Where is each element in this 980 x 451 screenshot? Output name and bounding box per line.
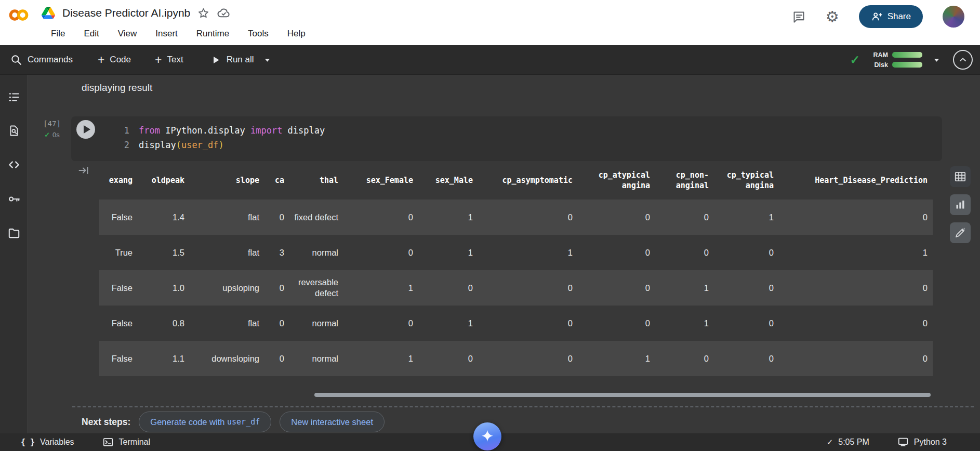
table-cell: 1 xyxy=(418,200,478,235)
search-icon xyxy=(10,54,22,66)
column-header: cp_typical angina xyxy=(714,161,779,200)
terminal-button[interactable]: Terminal xyxy=(102,436,150,448)
avatar[interactable] xyxy=(943,6,964,28)
notebook-title[interactable]: Disease Predictor AI.ipynb xyxy=(62,7,190,19)
secrets-key-icon[interactable] xyxy=(7,192,21,206)
terminal-icon xyxy=(102,436,114,448)
new-interactive-sheet-button[interactable]: New interactive sheet xyxy=(280,412,385,432)
kernel-label: Python 3 xyxy=(914,437,947,447)
table-cell: 1 xyxy=(418,235,478,270)
table-cell: 0 xyxy=(655,235,714,270)
table-cell: 0 xyxy=(478,341,578,376)
dataframe-body: False1.4flat0fixed defect0100010True1.5f… xyxy=(99,200,933,376)
table-row: False1.1downsloping0normal1001000 xyxy=(99,341,933,376)
generate-code-button[interactable]: Generate code with user_df xyxy=(139,412,271,432)
run-all-button[interactable]: Run all xyxy=(210,55,254,65)
files-folder-icon[interactable] xyxy=(7,227,21,240)
star-icon[interactable] xyxy=(197,7,209,19)
markdown-output-text: displaying result xyxy=(82,82,152,94)
table-cell: 0 xyxy=(578,306,655,341)
table-cell: 0 xyxy=(343,306,418,341)
menu-help[interactable]: Help xyxy=(287,29,306,39)
table-row: True1.5flat3normal0110001 xyxy=(99,235,933,270)
settings-gear-icon[interactable]: ⚙ xyxy=(826,9,839,24)
horizontal-scrollbar[interactable] xyxy=(99,393,935,397)
execution-count: [47] xyxy=(35,120,69,128)
table-cell: 0 xyxy=(655,341,714,376)
table-of-contents-icon[interactable] xyxy=(7,90,21,104)
table-cell: 0 xyxy=(714,270,779,306)
table-cell: 1 xyxy=(578,341,655,376)
app-header: Disease Predictor AI.ipynb File Edit Vie… xyxy=(0,0,980,45)
table-cell: 0 xyxy=(264,270,289,306)
table-cell: 1.5 xyxy=(138,235,190,270)
line-number: 1 xyxy=(122,123,129,138)
comments-icon[interactable] xyxy=(792,10,806,24)
variables-button[interactable]: { } Variables xyxy=(21,437,74,447)
menu-tools[interactable]: Tools xyxy=(248,29,269,39)
code-line: 2display(user_df) xyxy=(122,138,325,152)
table-cell: 1 xyxy=(655,270,714,306)
table-cell: 0 xyxy=(478,306,578,341)
table-cell: 1 xyxy=(478,235,578,270)
table-cell: 0 xyxy=(714,306,779,341)
table-cell: 0 xyxy=(779,341,933,376)
table-cell: 3 xyxy=(264,235,289,270)
commands-button[interactable]: Commands xyxy=(10,54,73,66)
braces-icon: { } xyxy=(21,437,35,447)
add-code-button[interactable]: + Code xyxy=(98,54,131,66)
table-cell: 1.1 xyxy=(138,341,190,376)
next-steps-row: Next steps: Generate code with user_df N… xyxy=(82,412,385,432)
title-row: Disease Predictor AI.ipynb xyxy=(42,3,231,23)
table-cell: 0 xyxy=(418,270,478,306)
table-cell: 1 xyxy=(714,200,779,235)
run-all-dropdown-caret-icon[interactable] xyxy=(262,55,272,65)
magic-edit-icon[interactable] xyxy=(950,222,971,243)
share-button[interactable]: Share xyxy=(859,5,923,28)
table-cell: False xyxy=(99,200,138,235)
colab-logo-icon[interactable] xyxy=(6,4,31,26)
menu-file[interactable]: File xyxy=(51,29,65,39)
resources-indicator[interactable]: RAM Disk xyxy=(869,51,922,69)
execution-time: 0s xyxy=(52,131,60,139)
table-cell: normal xyxy=(289,306,343,341)
column-header: thal xyxy=(289,161,343,200)
menu-edit[interactable]: Edit xyxy=(84,29,99,39)
menu-runtime[interactable]: Runtime xyxy=(196,29,229,39)
find-replace-icon[interactable] xyxy=(8,125,20,137)
gemini-spark-button[interactable] xyxy=(473,422,501,450)
column-header: sex_Female xyxy=(343,161,418,200)
status-time: 5:05 PM xyxy=(838,437,869,447)
resources-dropdown-caret-icon[interactable] xyxy=(932,55,942,65)
person-add-icon xyxy=(871,11,882,22)
cell-divider xyxy=(72,406,974,407)
dataframe-header-row: exangoldpeakslopecathalsex_Femalesex_Mal… xyxy=(99,161,933,200)
menu-view[interactable]: View xyxy=(118,29,137,39)
menu-bar: File Edit View Insert Runtime Tools Help xyxy=(51,24,306,44)
table-cell: 0 xyxy=(779,200,933,235)
scrollbar-thumb[interactable] xyxy=(314,393,931,397)
table-cell: 0 xyxy=(343,200,418,235)
table-cell: downsloping xyxy=(190,341,264,376)
view-as-table-icon[interactable] xyxy=(950,166,971,187)
table-cell: 1 xyxy=(779,235,933,270)
share-label: Share xyxy=(888,11,911,22)
ram-usage-bar xyxy=(892,52,922,58)
table-row: False1.4flat0fixed defect0100010 xyxy=(99,200,933,235)
menu-insert[interactable]: Insert xyxy=(155,29,178,39)
output-actions-icon[interactable] xyxy=(77,164,90,177)
table-cell: 0 xyxy=(714,341,779,376)
code-editor[interactable]: 1from IPython.display import display 2di… xyxy=(122,123,325,152)
code-snippets-icon[interactable] xyxy=(7,158,21,171)
chart-suggestions-icon[interactable] xyxy=(950,194,971,215)
run-cell-button[interactable] xyxy=(76,120,95,139)
table-cell: 0 xyxy=(779,270,933,306)
table-cell: reversable defect xyxy=(289,270,343,306)
kernel-status[interactable]: Python 3 xyxy=(897,436,947,448)
collapse-header-button[interactable] xyxy=(953,50,973,70)
add-text-button[interactable]: + Text xyxy=(155,54,183,66)
table-row: False0.8flat0normal0100100 xyxy=(99,306,933,341)
cloud-save-icon[interactable] xyxy=(217,6,231,20)
table-cell: 1 xyxy=(343,270,418,306)
column-header: cp_atypical angina xyxy=(578,161,655,200)
